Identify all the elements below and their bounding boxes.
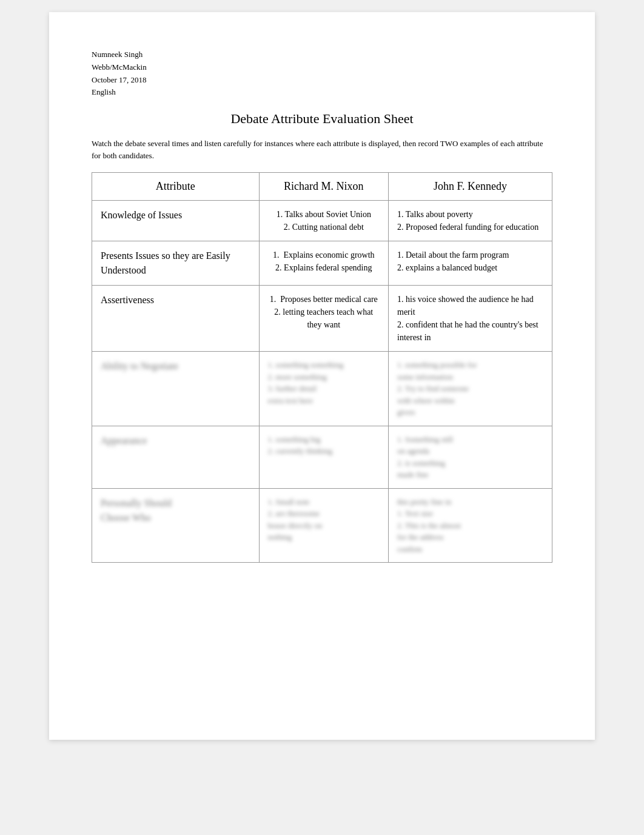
nixon-cell: 1. Talks about Soviet Union2. Cutting na… (259, 201, 388, 241)
page: Numneek Singh Webb/McMackin October 17, … (49, 12, 595, 740)
attribute-cell: Assertiveness (92, 286, 260, 352)
table-row-blurred: Personally ShouldChoose Who 1. Small not… (92, 488, 552, 563)
attribute-cell-blurred: Personally ShouldChoose Who (92, 488, 260, 563)
table-row: Presents Issues so they are Easily Under… (92, 241, 552, 286)
page-title: Debate Attribute Evaluation Sheet (92, 111, 552, 127)
nixon-cell-blurred: 1. something big2. currently thinking (259, 426, 388, 488)
instructions-text: Watch the debate several times and liste… (92, 138, 552, 161)
kennedy-cell-blurred: 1. Something stillon agenda2. is somethi… (389, 426, 552, 488)
subject: English (92, 86, 552, 99)
attribute-cell-blurred: Appearance (92, 426, 260, 488)
nixon-cell: 1. Proposes better medical care2. lettin… (259, 286, 388, 352)
col-header-attribute: Attribute (92, 173, 260, 201)
nixon-cell-blurred: 1. something something2. more something3… (259, 352, 388, 426)
kennedy-cell: 1. Talks about poverty2. Proposed federa… (389, 201, 552, 241)
table-row: Knowledge of Issues 1. Talks about Sovie… (92, 201, 552, 241)
kennedy-cell: 1. his voice showed the audience he had … (389, 286, 552, 352)
table-header-row: Attribute Richard M. Nixon John F. Kenne… (92, 173, 552, 201)
nixon-cell: 1. Explains economic growth2. Explains f… (259, 241, 388, 286)
attribute-cell: Knowledge of Issues (92, 201, 260, 241)
table-row-blurred: Ability to Negotiate 1. something someth… (92, 352, 552, 426)
date: October 17, 2018 (92, 74, 552, 87)
nixon-cell-blurred: 1. Small note2. are theresomehouse direc… (259, 488, 388, 563)
table-row: Assertiveness 1. Proposes better medical… (92, 286, 552, 352)
table-row-blurred: Appearance 1. something big2. currently … (92, 426, 552, 488)
attribute-cell-blurred: Ability to Negotiate (92, 352, 260, 426)
student-name: Numneek Singh (92, 49, 552, 61)
kennedy-cell: 1. Detail about the farm program2. expla… (389, 241, 552, 286)
kennedy-cell-blurred: this pretty fine in1. Text size2. This i… (389, 488, 552, 563)
kennedy-cell-blurred: 1. something possible forsome informatio… (389, 352, 552, 426)
header-info: Numneek Singh Webb/McMackin October 17, … (92, 49, 552, 99)
col-header-nixon: Richard M. Nixon (259, 173, 388, 201)
col-header-kennedy: John F. Kennedy (389, 173, 552, 201)
attribute-cell: Presents Issues so they are Easily Under… (92, 241, 260, 286)
teacher-name: Webb/McMackin (92, 61, 552, 74)
evaluation-table: Attribute Richard M. Nixon John F. Kenne… (92, 172, 552, 563)
